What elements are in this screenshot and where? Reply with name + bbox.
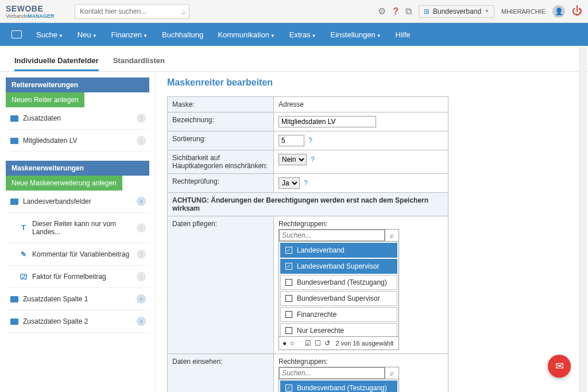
item-menu-icon[interactable]: ≡ bbox=[137, 197, 146, 206]
sidebar-item-zusatzdaten[interactable]: Zusatzdaten ⋮ bbox=[6, 107, 149, 130]
help-icon[interactable]: ? bbox=[311, 156, 315, 164]
rights-item-label: Bundesverband (Testzugang) bbox=[297, 384, 387, 392]
select-all-filled-icon[interactable]: ● bbox=[283, 339, 287, 347]
rights-item[interactable]: Finanzrechte bbox=[280, 307, 397, 322]
hierarchy-selector[interactable]: ⊞ Bundesverband ▼ bbox=[419, 5, 494, 18]
label-sortierung: Sortierung: bbox=[168, 131, 274, 150]
sidebar-item-label: Zusatzdaten bbox=[23, 114, 61, 122]
sidebar-item-label: Dieser Reiter kann nur vom Landes... bbox=[32, 220, 145, 236]
dashboard-icon[interactable] bbox=[11, 30, 22, 38]
new-reiter-button[interactable]: Neuen Reiter anlegen bbox=[6, 92, 84, 107]
item-menu-icon[interactable]: ⋮ bbox=[137, 272, 146, 281]
sidebar-folder-zusatzdaten-spalte-1[interactable]: Zusatzdaten Spalte 1 ≡ bbox=[6, 288, 149, 311]
folder-open-icon bbox=[10, 199, 18, 205]
folder-icon bbox=[10, 296, 18, 302]
logo-subtext: VerbandsMANAGER bbox=[6, 13, 69, 19]
rights-item[interactable]: ✓Landesverband bbox=[280, 243, 397, 258]
check-all-icon[interactable]: ☑ bbox=[305, 339, 311, 347]
chat-fab-button[interactable]: ✉ bbox=[548, 355, 571, 378]
label-sichtbarkeit: Sichtbarkeit auf Hauptkategorien einschr… bbox=[168, 150, 274, 174]
select-rechtepruefung[interactable]: Ja bbox=[278, 177, 300, 189]
checkbox-icon bbox=[285, 327, 292, 334]
rights-list[interactable]: ✓Bundesverband (Testzugang)✓Landesverban… bbox=[279, 379, 399, 392]
number-field-icon: ⑵ bbox=[20, 273, 28, 281]
sidebar-folder-zusatzdaten-spalte-2[interactable]: Zusatzdaten Spalte 2 ≡ bbox=[6, 311, 149, 333]
nav-buchhaltung[interactable]: Buchhaltung bbox=[162, 30, 203, 39]
sidebar-item-label: Kommentar für Variablenbeitrag bbox=[32, 250, 129, 258]
rights-item-label: Nur Leserechte bbox=[297, 327, 344, 335]
nav-einstellungen[interactable]: Einstellungen▼ bbox=[331, 30, 381, 39]
search-icon[interactable]: ⌕ bbox=[385, 367, 399, 379]
new-maskenerweiterung-button[interactable]: Neue Maskenerweiterung anlegen bbox=[6, 176, 122, 191]
checkbox-icon bbox=[285, 279, 292, 286]
search-icon[interactable]: ⌕ bbox=[181, 7, 186, 16]
topbar: SEWOBE VerbandsMANAGER ⌕ ⚙ ? ⧉ ⊞ Bundesv… bbox=[0, 0, 588, 23]
nav-neu[interactable]: Neu▼ bbox=[78, 30, 97, 39]
item-menu-icon[interactable]: ⋮ bbox=[137, 136, 146, 145]
hierarchy-value: Bundesverband bbox=[433, 7, 481, 15]
nav-extras[interactable]: Extras▼ bbox=[289, 30, 316, 39]
help-icon[interactable]: ? bbox=[304, 179, 308, 187]
rights-item-label: Landesverband Supervisor bbox=[297, 262, 379, 270]
hierarchy-icon: ⊞ bbox=[424, 7, 430, 15]
input-bezeichnung[interactable] bbox=[278, 116, 376, 127]
rights-item[interactable]: ✓Landesverband Supervisor bbox=[280, 259, 397, 274]
rights-item[interactable]: Nur Leserechte bbox=[280, 323, 397, 336]
input-sortierung[interactable] bbox=[278, 135, 304, 146]
sidebar-item-label: Zusatzdaten Spalte 2 bbox=[23, 317, 88, 325]
rights-item-label: Landesverband bbox=[297, 246, 345, 254]
select-sichtbarkeit[interactable]: Nein bbox=[278, 154, 307, 165]
item-menu-icon[interactable]: ⋮ bbox=[137, 223, 146, 232]
search-icon[interactable]: ⌕ bbox=[385, 230, 399, 241]
rights-search-input[interactable] bbox=[279, 230, 385, 241]
checkbox-icon bbox=[285, 311, 292, 318]
nav-hilfe[interactable]: Hilfe bbox=[396, 30, 411, 39]
rights-list[interactable]: ✓Landesverband✓Landesverband SupervisorB… bbox=[279, 242, 399, 336]
edit-icon: ✎ bbox=[20, 250, 28, 258]
global-search: ⌕ bbox=[75, 4, 189, 19]
label-bezeichnung: Bezeichnung: bbox=[168, 112, 274, 131]
logout-icon[interactable]: ⏻ bbox=[572, 5, 582, 17]
checkbox-icon bbox=[285, 295, 292, 302]
nav-finanzen[interactable]: Finanzen▼ bbox=[111, 30, 148, 39]
label-daten-einsehen: Daten einsehen: bbox=[168, 354, 274, 393]
rights-item[interactable]: ✓Bundesverband (Testzugang) bbox=[280, 381, 397, 392]
rights-search-input[interactable] bbox=[279, 367, 385, 379]
help-icon[interactable]: ? bbox=[308, 137, 312, 145]
reset-icon[interactable]: ↺ bbox=[324, 339, 330, 347]
sidebar-sub-item[interactable]: ✎ Kommentar für Variablenbeitrag ⋮ bbox=[6, 243, 149, 266]
item-menu-icon[interactable]: ⋮ bbox=[137, 250, 146, 259]
item-menu-icon[interactable]: ≡ bbox=[137, 317, 146, 326]
search-input[interactable] bbox=[75, 4, 189, 19]
devices-icon[interactable]: ⧉ bbox=[405, 6, 412, 17]
gear-icon[interactable]: ⚙ bbox=[378, 6, 386, 17]
scrollbar[interactable] bbox=[579, 47, 587, 392]
tab-standardlisten[interactable]: Standardlisten bbox=[113, 52, 165, 71]
avatar[interactable]: 👤 bbox=[552, 5, 565, 18]
logo[interactable]: SEWOBE VerbandsMANAGER bbox=[6, 3, 69, 20]
main-nav: Suche▼ Neu▼ Finanzen▼ Buchhaltung Kommun… bbox=[0, 23, 588, 46]
sidebar-folder-landesverbandsfelder[interactable]: Landesverbandsfelder ≡ bbox=[6, 191, 149, 213]
checkbox-icon: ✓ bbox=[285, 385, 292, 391]
select-none-icon[interactable]: ○ bbox=[290, 339, 294, 347]
nav-kommunikation[interactable]: Kommunikation▼ bbox=[218, 30, 275, 39]
help-icon[interactable]: ? bbox=[393, 6, 399, 17]
rights-item[interactable]: Bundesverband (Testzugang) bbox=[280, 275, 397, 290]
sidebar: Reitererweiterungen Neuen Reiter anlegen… bbox=[0, 72, 155, 392]
page-title: Maskenreiter bearbeiten bbox=[167, 77, 577, 88]
uncheck-all-icon[interactable]: ☐ bbox=[315, 339, 321, 347]
label-daten-pflegen: Daten pflegen: bbox=[168, 216, 274, 354]
sidebar-item-label: Mitgliedsdaten LV bbox=[23, 137, 78, 145]
sidebar-item-mitgliedsdaten-lv[interactable]: Mitgliedsdaten LV ⋮ bbox=[6, 130, 149, 152]
section-maskenerweiterungen: Maskenerweiterungen bbox=[6, 161, 149, 176]
rights-item[interactable]: Bundesverband Supervisor bbox=[280, 291, 397, 306]
nav-suche[interactable]: Suche▼ bbox=[36, 30, 63, 39]
tab-individuelle-datenfelder[interactable]: Individuelle Datenfelder bbox=[14, 52, 99, 71]
item-menu-icon[interactable]: ≡ bbox=[137, 294, 146, 304]
sidebar-sub-item[interactable]: T Dieser Reiter kann nur vom Landes... ⋮ bbox=[6, 213, 149, 243]
topbar-right: ⚙ ? ⧉ ⊞ Bundesverband ▼ MHIERARCHIE 👤 ⏻ bbox=[378, 5, 582, 18]
rights-groups-label: Rechtegruppen: bbox=[278, 358, 443, 366]
sidebar-sub-item[interactable]: ⑵ Faktor für Formelbeitrag ⋮ bbox=[6, 266, 149, 288]
item-menu-icon[interactable]: ⋮ bbox=[137, 114, 146, 123]
sub-tabs: Individuelle Datenfelder Standardlisten bbox=[0, 46, 588, 72]
